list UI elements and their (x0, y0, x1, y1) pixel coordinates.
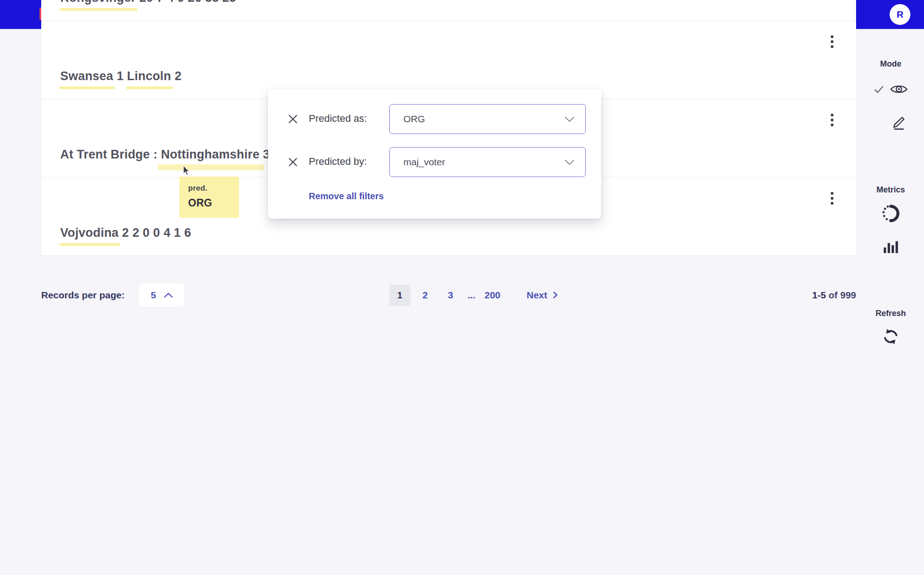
entity-span[interactable]: Kongsvinger (60, 0, 136, 5)
refresh-label: Refresh (860, 309, 921, 318)
record-text-segment: At Trent Bridge : (60, 148, 161, 161)
record-text: Swansea 1 Lincoln 2 (60, 69, 182, 83)
page-button-200[interactable]: 200 (482, 285, 503, 306)
range-current: 1-5 (812, 290, 826, 300)
prediction-tooltip: pred.ORG (179, 177, 239, 218)
predicted-by-select[interactable]: maj_voter (389, 147, 586, 177)
entity-span[interactable]: Vojvodina (60, 226, 119, 240)
chevron-down-icon (565, 116, 575, 122)
predicted-by-label: Predicted by: (309, 156, 367, 168)
predicted-as-value: ORG (403, 114, 425, 125)
pagination: 123...200 Next (389, 285, 558, 306)
remove-predicted-by-filter-icon[interactable] (288, 157, 298, 167)
pagination-footer: Records per page: 5 123...200 Next 1-5 o… (41, 279, 856, 311)
metrics-label: Metrics (860, 185, 921, 195)
explore-mode-eye-icon[interactable] (890, 83, 908, 95)
record-menu-kebab-icon[interactable] (828, 189, 836, 207)
range-total: of 999 (828, 290, 856, 300)
mode-label: Mode (860, 59, 921, 69)
record-row: Swansea 1 Lincoln 2 (41, 20, 856, 99)
record-text-segment: 2 (171, 69, 182, 83)
filter-row-predicted-by: Predicted by: maj_voter (268, 147, 601, 177)
record-text-segment: 20 7 4 9 26 38 25 (136, 0, 236, 5)
filter-row-predicted-as: Predicted as: ORG (268, 104, 601, 134)
predictions-filter-panel: Predicted as: ORG Predicted by: maj_vote… (268, 89, 601, 219)
mouse-cursor (183, 166, 190, 176)
record-menu-kebab-icon[interactable] (828, 111, 836, 129)
selected-check-icon (874, 85, 884, 94)
next-page-button[interactable]: Next (527, 290, 558, 301)
tooltip-entity-label: ORG (188, 197, 230, 209)
chevron-down-icon (565, 159, 575, 165)
annotate-mode-pencil-icon[interactable] (891, 115, 907, 130)
page-button-3[interactable]: 3 (440, 285, 461, 306)
records-per-page: Records per page: 5 (41, 283, 184, 307)
refresh-icon[interactable] (882, 328, 900, 345)
remove-predicted-as-filter-icon[interactable] (288, 114, 298, 124)
predicted-as-label: Predicted as: (309, 113, 367, 125)
page-button-1[interactable]: 1 (389, 285, 410, 306)
record-text: Kongsvinger 20 7 4 9 26 38 25 (60, 0, 236, 5)
record-menu-kebab-icon[interactable] (828, 33, 836, 51)
records-per-page-label: Records per page: (41, 290, 124, 301)
entity-span[interactable]: Swansea (60, 69, 113, 83)
records-range: 1-5 of 999 (812, 290, 856, 301)
page-ellipsis: ... (465, 285, 477, 306)
record-row: Kongsvinger 20 7 4 9 26 38 25 (41, 0, 856, 20)
chevron-up-icon (164, 292, 173, 298)
stats-bar-chart-icon[interactable] (883, 239, 899, 254)
predicted-by-value: maj_voter (403, 157, 445, 168)
user-avatar[interactable]: R (890, 4, 910, 25)
page-size-selector[interactable]: 5 (139, 283, 184, 307)
record-text-segment: 2 2 0 0 4 1 6 (119, 226, 191, 240)
record-text: Vojvodina 2 2 0 0 4 1 6 (60, 226, 191, 240)
entity-span[interactable]: Lincoln (127, 69, 171, 83)
remove-all-filters-link[interactable]: Remove all filters (309, 191, 384, 201)
next-label: Next (527, 290, 547, 301)
page-size-value: 5 (151, 290, 156, 301)
entity-span[interactable]: Nottinghamshire pred.ORG (161, 148, 260, 162)
predicted-as-select[interactable]: ORG (389, 104, 586, 134)
record-text-segment: 1 (113, 69, 127, 83)
chevron-right-icon (553, 291, 558, 299)
progress-donut-icon[interactable] (881, 204, 900, 223)
page-button-2[interactable]: 2 (415, 285, 436, 306)
tooltip-pred-prefix: pred. (188, 184, 230, 193)
